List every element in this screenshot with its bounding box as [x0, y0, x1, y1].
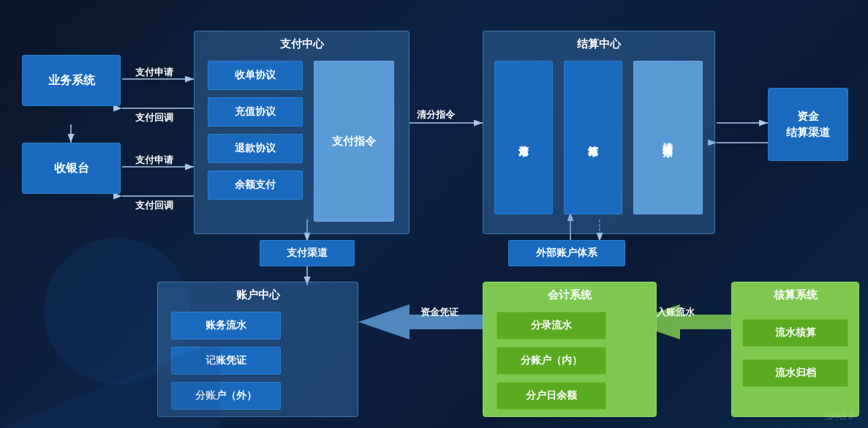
cashier-box: 收银台 — [22, 143, 121, 194]
label-pay-callback-bottom: 支付回调 — [135, 199, 173, 212]
cs-item-2: 流水归档 — [742, 359, 848, 387]
payment-channel-box: 支付渠道 — [260, 240, 355, 266]
label-fund-voucher: 资金凭证 — [420, 306, 458, 319]
pc-item-4: 余额支付 — [208, 170, 303, 200]
as-item-1: 分录流水 — [497, 312, 606, 339]
ac-item-1: 账务流水 — [171, 312, 281, 339]
diagram: 业务系统 收银台 支付申请 支付回调 支付申请 支付回调 支付中心 收单协议 充… — [0, 0, 868, 428]
settlement-center-panel: 结算中心 订单清分 订单结算 清结算指令 — [483, 31, 715, 234]
ac-item-2: 记账凭证 — [171, 347, 281, 375]
label-entry-flow: 入账流水 — [657, 306, 695, 319]
pc-item-1: 收单协议 — [208, 61, 303, 90]
bottom-watermark: SPAs # — [825, 412, 853, 422]
label-pay-request-bottom: 支付申请 — [135, 154, 173, 167]
cs-item-1: 流水核算 — [742, 319, 848, 347]
accounting-system-panel: 会计系统 分录流水 分账户（内） 分户日余额 — [483, 282, 657, 417]
payment-center-panel: 支付中心 收单协议 充值协议 退款协议 余额支付 支付指令 — [194, 31, 410, 234]
calc-system-panel: 核算系统 流水核算 流水归档 — [731, 282, 859, 417]
calc-system-title: 核算系统 — [732, 288, 858, 302]
as-item-3: 分户日余额 — [497, 382, 606, 410]
pc-item-3: 退款协议 — [208, 134, 303, 163]
ac-item-3: 分账户（外） — [171, 382, 281, 410]
account-center-title: 账户中心 — [158, 288, 358, 302]
as-item-2: 分账户（内） — [497, 347, 606, 375]
external-account-box: 外部账户体系 — [508, 240, 625, 266]
sc-item-1: 订单清分 — [494, 61, 553, 214]
pc-item-2: 充值协议 — [208, 97, 303, 127]
account-center-panel: 账户中心 账务流水 记账凭证 分账户（外） — [157, 282, 358, 417]
label-pay-callback-top: 支付回调 — [135, 111, 173, 124]
fund-channel-box: 资金结算渠道 — [768, 88, 848, 161]
payment-command-box: 支付指令 — [314, 61, 394, 222]
sc-item-2: 订单结算 — [564, 61, 622, 214]
label-clear-command: 清分指令 — [417, 108, 455, 121]
label-pay-request-top: 支付申请 — [135, 66, 173, 79]
accounting-system-title: 会计系统 — [483, 288, 656, 302]
business-system-box: 业务系统 — [22, 55, 121, 106]
payment-center-title: 支付中心 — [195, 37, 409, 51]
settlement-center-title: 结算中心 — [483, 37, 714, 51]
sc-item-3: 清结算指令 — [633, 61, 703, 214]
